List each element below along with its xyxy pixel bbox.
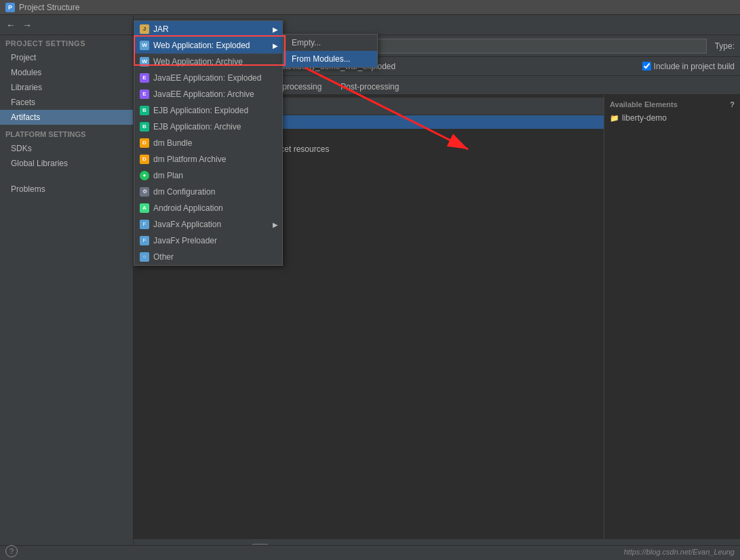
menu-web-app-exploded[interactable]: W Web Application: Exploded ▶ xyxy=(134,37,282,54)
menu-android-application[interactable]: A Android Application xyxy=(134,200,282,216)
ejb-exploded-icon: B xyxy=(140,106,149,115)
available-elements-panel: Available Elements ? 📁 liberty-demo xyxy=(604,95,740,538)
jar-icon: J xyxy=(140,24,149,34)
available-elements-title: Available Elements ? xyxy=(604,98,740,111)
help-button[interactable]: ? xyxy=(5,545,18,557)
forward-btn[interactable]: → xyxy=(20,18,34,32)
dm-platform-icon: D xyxy=(140,155,149,164)
menu-web-app-archive[interactable]: W Web Application: Archive xyxy=(134,54,282,70)
available-help-icon[interactable]: ? xyxy=(730,100,735,108)
include-in-build-label: Include in project build xyxy=(654,62,735,71)
web-exploded-submenu: Empty... From Modules... xyxy=(283,34,378,68)
jar-arrow: ▶ xyxy=(273,26,278,33)
sidebar-item-libraries[interactable]: Libraries xyxy=(0,80,133,95)
menu-dm-platform-archive[interactable]: D dm Platform Archive xyxy=(134,151,282,167)
status-bar: ? https://blog.csdn.net/Evan_Leung xyxy=(0,545,740,560)
menu-other[interactable]: ○ Other xyxy=(134,249,282,265)
add-menu: J JAR ▶ W Web Application: Exploded ▶ W … xyxy=(134,20,283,266)
menu-javafx-preloader[interactable]: F JavaFx Preloader xyxy=(134,233,282,249)
type-label: Type: xyxy=(715,41,735,51)
sidebar-item-project[interactable]: Project xyxy=(0,50,133,65)
javafx-icon: F xyxy=(140,220,149,229)
javaee-archive-icon: E xyxy=(140,89,149,99)
menu-javaee-exploded[interactable]: E JavaEE Application: Exploded xyxy=(134,70,282,86)
other-icon: ○ xyxy=(140,252,149,262)
main-container: ← → Project Settings Project Modules Lib… xyxy=(0,15,740,560)
module-icon-2: 📁 xyxy=(610,114,619,123)
submenu-empty[interactable]: Empty... xyxy=(284,35,377,51)
javafx-preloader-icon: F xyxy=(140,236,149,245)
available-liberty-demo[interactable]: 📁 liberty-demo xyxy=(604,111,740,125)
title-bar: P Project Structure xyxy=(0,0,740,15)
menu-ejb-archive[interactable]: B EJB Application: Archive xyxy=(134,119,282,135)
tab-post-processing[interactable]: Post-processing xyxy=(332,79,408,94)
app-icon: P xyxy=(5,3,15,12)
dm-bundle-icon: D xyxy=(140,138,149,148)
sidebar-item-sdks[interactable]: SDKs xyxy=(0,141,133,156)
include-in-build-checkbox[interactable] xyxy=(642,62,651,71)
sidebar-item-artifacts[interactable]: Artifacts xyxy=(0,110,133,125)
sidebar: ← → Project Settings Project Modules Lib… xyxy=(0,15,134,560)
javaee-exploded-icon: E xyxy=(140,73,149,83)
back-btn[interactable]: ← xyxy=(4,18,18,32)
menu-javaee-archive[interactable]: E JavaEE Application: Archive xyxy=(134,86,282,102)
watermark: https://blog.csdn.net/Evan_Leung xyxy=(624,548,735,556)
web-exploded-arrow: ▶ xyxy=(273,42,278,49)
sidebar-item-modules[interactable]: Modules xyxy=(0,65,133,80)
menu-dm-configuration[interactable]: ⚙ dm Configuration xyxy=(134,184,282,200)
title-bar-text: Project Structure xyxy=(19,3,79,12)
submenu-from-modules[interactable]: From Modules... xyxy=(284,51,377,67)
project-settings-label: Project Settings xyxy=(0,35,133,50)
menu-dm-bundle[interactable]: D dm Bundle xyxy=(134,135,282,151)
add-menu-overlay: J JAR ▶ W Web Application: Exploded ▶ W … xyxy=(134,20,283,266)
sidebar-item-global-libraries[interactable]: Global Libraries xyxy=(0,156,133,171)
ejb-archive-icon: B xyxy=(140,122,149,132)
menu-javafx-application[interactable]: F JavaFx Application ▶ xyxy=(134,216,282,233)
javafx-arrow: ▶ xyxy=(273,221,278,228)
sidebar-toolbar: ← → xyxy=(0,15,133,35)
sidebar-item-problems[interactable]: Problems xyxy=(0,182,133,197)
web-exploded-icon: W xyxy=(140,41,149,50)
menu-jar[interactable]: J JAR ▶ xyxy=(134,21,282,37)
platform-settings-label: Platform Settings xyxy=(0,125,133,141)
menu-ejb-exploded[interactable]: B EJB Application: Exploded xyxy=(134,102,282,119)
sidebar-item-facets[interactable]: Facets xyxy=(0,95,133,110)
web-archive-icon: W xyxy=(140,57,149,66)
dm-plan-icon: ● xyxy=(140,171,149,180)
menu-dm-plan[interactable]: ● dm Plan xyxy=(134,167,282,184)
android-icon: A xyxy=(140,203,149,213)
dm-config-icon: ⚙ xyxy=(140,187,149,197)
